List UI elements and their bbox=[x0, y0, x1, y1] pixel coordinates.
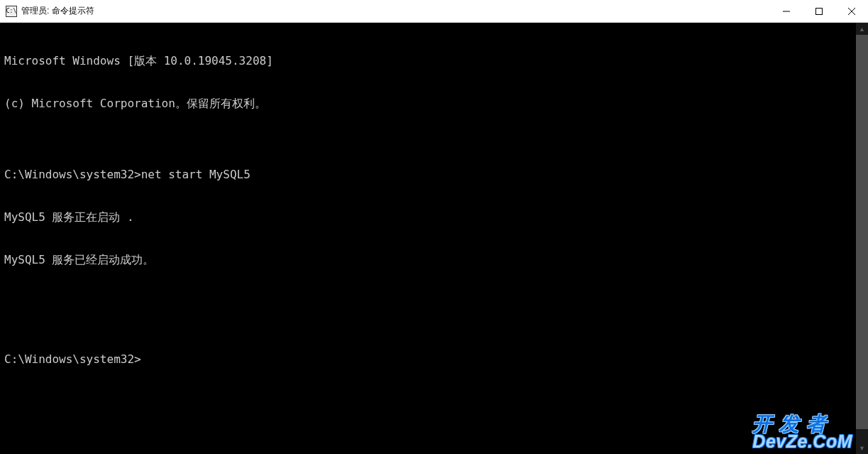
terminal-output[interactable]: Microsoft Windows [版本 10.0.19045.3208] (… bbox=[0, 23, 856, 454]
close-button[interactable] bbox=[835, 0, 868, 23]
scrollbar-thumb[interactable] bbox=[856, 35, 868, 429]
maximize-button[interactable] bbox=[803, 0, 835, 23]
vertical-scrollbar[interactable]: ▲ ▼ bbox=[856, 23, 868, 454]
window-titlebar: C:\ 管理员: 命令提示符 bbox=[0, 0, 868, 23]
terminal-area: Microsoft Windows [版本 10.0.19045.3208] (… bbox=[0, 23, 868, 454]
scrollbar-down-button[interactable]: ▼ bbox=[856, 442, 868, 454]
terminal-line: C:\Windows\system32>net start MySQL5 bbox=[4, 168, 852, 182]
terminal-line: (c) Microsoft Corporation。保留所有权利。 bbox=[4, 97, 852, 111]
window-controls bbox=[770, 0, 868, 23]
terminal-line: Microsoft Windows [版本 10.0.19045.3208] bbox=[4, 54, 852, 68]
terminal-line: MySQL5 服务已经启动成功。 bbox=[4, 253, 852, 267]
scrollbar-up-button[interactable]: ▲ bbox=[856, 23, 868, 35]
cmd-icon: C:\ bbox=[6, 6, 17, 17]
terminal-line: MySQL5 服务正在启动 . bbox=[4, 210, 852, 225]
window-title: 管理员: 命令提示符 bbox=[21, 5, 94, 17]
svg-rect-1 bbox=[816, 9, 823, 15]
scrollbar-track[interactable] bbox=[856, 35, 868, 442]
minimize-button[interactable] bbox=[770, 0, 803, 23]
terminal-prompt: C:\Windows\system32> bbox=[4, 352, 852, 367]
